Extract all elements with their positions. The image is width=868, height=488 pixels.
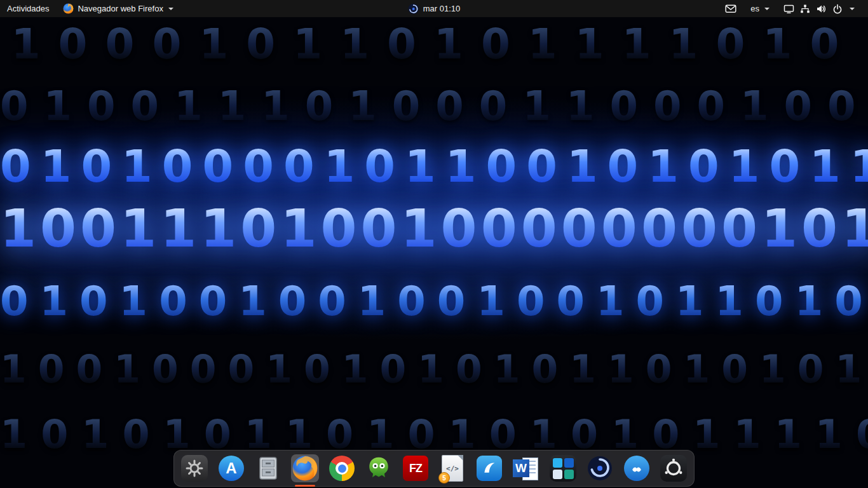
dock-item-mustache-app[interactable]: [623, 454, 651, 482]
code-editor-badge: 5: [438, 472, 450, 484]
top-bar-center: mar 01:10: [401, 0, 468, 17]
file-cabinet-icon: [255, 456, 281, 481]
clock-menu[interactable]: mar 01:10: [401, 0, 468, 17]
mini-app-tiles: [553, 458, 574, 479]
code-editor-icon: </> 5: [442, 455, 463, 482]
binary-row: 0101000010110010101011: [0, 144, 868, 189]
dark-ring-icon: [660, 455, 687, 482]
display-icon: [783, 4, 794, 14]
keyboard-layout-label: es: [750, 4, 759, 13]
binary-row: 01010010010010010110100: [0, 281, 868, 322]
binary-row: 100010110101111010: [0, 24, 868, 65]
mail-indicator[interactable]: [718, 0, 743, 17]
top-bar-right: es: [718, 0, 868, 17]
chevron-down-icon: [764, 8, 770, 10]
dock-item-app-store[interactable]: A: [217, 454, 245, 482]
distro-swirl-icon: [408, 3, 419, 15]
distro-swirl-icon: [587, 456, 613, 481]
filezilla-icon: FZ: [403, 456, 428, 481]
word-icon: W: [512, 455, 540, 482]
mustache-app-icon: [624, 456, 649, 481]
dock-item-firefox[interactable]: [291, 454, 319, 482]
chevron-down-icon: [168, 8, 173, 10]
network-nodes-icon: [800, 4, 810, 14]
dock-item-dark-ring[interactable]: [660, 454, 688, 482]
top-bar-left: Actividades Navegador web Fi: [0, 0, 180, 17]
firefox-icon: [292, 455, 318, 482]
green-mascot-icon: [366, 456, 391, 481]
activities-button[interactable]: Actividades: [0, 0, 56, 17]
filezilla-glyph: FZ: [409, 462, 422, 475]
clock-label: mar 01:10: [423, 4, 461, 13]
power-icon: [832, 4, 843, 14]
binary-row: 01001110100011000100: [0, 86, 868, 126]
dock-item-filezilla[interactable]: FZ: [402, 454, 430, 482]
dock-item-green-mascot[interactable]: [365, 454, 393, 482]
app-store-glyph: A: [226, 459, 236, 477]
code-glyph: </>: [446, 464, 459, 473]
desktop-wallpaper: 100010110101111010 01001110100011000100 …: [0, 17, 868, 488]
dock-item-distro-swirl[interactable]: [586, 454, 614, 482]
binary-row: 10011101001000000001010: [0, 203, 868, 255]
firefox-icon: [63, 3, 74, 14]
dock-item-code-editor[interactable]: </> 5: [438, 454, 466, 482]
app-store-icon: A: [219, 456, 244, 481]
word-glyph: W: [513, 459, 529, 477]
dock-item-gear-utility[interactable]: [180, 454, 208, 482]
dock-item-blue-bird[interactable]: [475, 454, 503, 482]
app-menu-label: Navegador web Firefox: [78, 4, 163, 13]
office-tiles-icon: [550, 455, 576, 482]
blue-bird-icon: [477, 456, 502, 481]
chrome-icon: [329, 456, 355, 481]
volume-speaker-icon: [816, 4, 827, 14]
system-status-menu[interactable]: [776, 0, 862, 17]
desktop-screen: Actividades Navegador web Fi: [0, 0, 868, 488]
dock-item-file-cabinet[interactable]: [254, 454, 282, 482]
dock: A: [173, 450, 695, 487]
keyboard-layout-menu[interactable]: es: [743, 0, 776, 17]
binary-row: 1010101101010101011110: [0, 415, 868, 454]
gear-utility-icon: [181, 455, 208, 482]
dock-item-chrome[interactable]: [328, 454, 356, 482]
dock-item-word[interactable]: W: [512, 454, 540, 482]
chevron-down-icon: [850, 8, 855, 10]
dock-item-office-tiles[interactable]: [549, 454, 577, 482]
running-indicator: [295, 485, 315, 487]
top-bar: Actividades Navegador web Fi: [0, 0, 868, 17]
app-menu-firefox[interactable]: Navegador web Firefox: [56, 0, 180, 17]
mail-envelope-icon: [725, 4, 736, 13]
binary-row: 100100010101010110101011: [0, 350, 868, 388]
